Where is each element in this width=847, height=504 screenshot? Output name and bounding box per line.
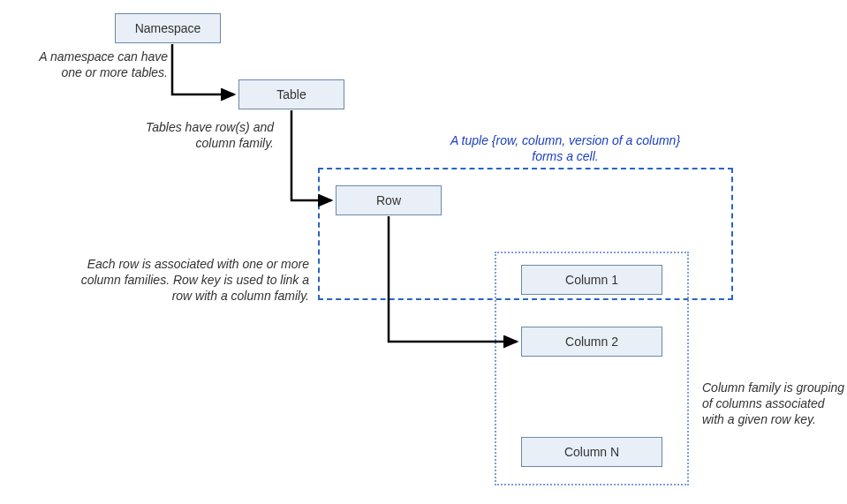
- annotation-family: Column family is grouping of columns ass…: [702, 380, 847, 428]
- node-column-2: Column 2: [521, 327, 662, 357]
- node-column-1: Column 1: [521, 265, 662, 295]
- node-column-n: Column N: [521, 437, 662, 467]
- node-row: Row: [336, 185, 442, 215]
- node-label: Namespace: [135, 21, 201, 35]
- node-label: Column 1: [565, 273, 618, 287]
- annotation-text: Each row is associated with one or more …: [81, 257, 309, 303]
- annotation-tuple: A tuple {row, column, version of a colum…: [442, 132, 689, 164]
- annotation-row: Each row is associated with one or more …: [71, 256, 309, 305]
- node-label: Column N: [564, 445, 619, 459]
- annotation-text: Tables have row(s) and column family.: [146, 120, 274, 150]
- node-label: Row: [376, 193, 401, 207]
- arrow-ns-to-table: [172, 44, 234, 94]
- annotation-namespace: A namespace can have one or more tables.: [18, 49, 168, 80]
- annotation-text: A namespace can have one or more tables.: [39, 49, 168, 79]
- diagram-canvas: Namespace Table Row Column 1 Column 2 Co…: [0, 0, 847, 504]
- annotation-text: A tuple {row, column, version of a colum…: [450, 133, 680, 163]
- annotation-text: Column family is grouping of columns ass…: [702, 380, 844, 426]
- annotation-table: Tables have row(s) and column family.: [124, 119, 274, 151]
- node-label: Column 2: [565, 335, 618, 349]
- node-namespace: Namespace: [115, 13, 221, 43]
- node-table: Table: [238, 79, 344, 109]
- node-label: Table: [276, 87, 306, 102]
